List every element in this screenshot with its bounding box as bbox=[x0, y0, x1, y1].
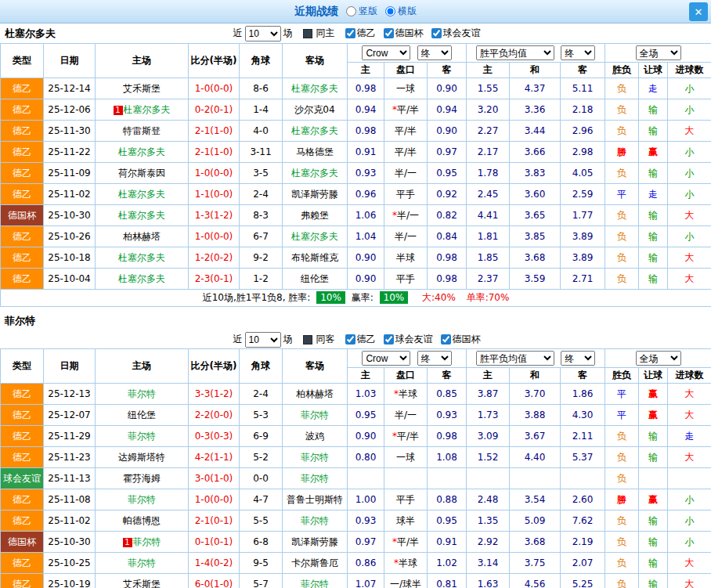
avg-draw: 3.65 bbox=[510, 205, 561, 226]
match-date: 25-11-23 bbox=[44, 447, 96, 468]
away-team: 菲尔特 bbox=[283, 574, 348, 588]
team-link: 菲尔特 bbox=[128, 388, 156, 399]
league-checkbox[interactable] bbox=[384, 334, 394, 345]
league-filter[interactable]: 德乙 bbox=[337, 27, 376, 40]
league-checkbox[interactable] bbox=[345, 334, 356, 345]
match-row: 德乙25-11-08菲尔特1-0(0-0)4-7普鲁士明斯特1.00平手0.88… bbox=[1, 489, 711, 510]
match-row: 德乙25-12-07纽伦堡2-2(0-0)5-3菲尔特0.95半/一0.931.… bbox=[1, 405, 711, 426]
layout-horizontal-option[interactable]: 横版 bbox=[385, 5, 417, 18]
goals: 小 bbox=[668, 532, 711, 553]
match-type: 德乙 bbox=[1, 447, 44, 468]
league-filter[interactable]: 德国杯 bbox=[433, 333, 481, 346]
layout-vertical-label: 竖版 bbox=[359, 5, 377, 18]
match-corners: 5-2 bbox=[240, 447, 283, 468]
match-type: 德乙 bbox=[1, 142, 44, 163]
goals: 小 bbox=[668, 78, 711, 99]
scope-group-header: 全场 bbox=[605, 44, 711, 63]
match-score: 2-3(0-1) bbox=[189, 269, 240, 290]
recent-count-select[interactable]: 10 bbox=[245, 332, 281, 348]
home-team: 荷尔斯泰因 bbox=[96, 163, 189, 184]
avg-away: 2.11 bbox=[561, 426, 605, 447]
avg-draw: 4.40 bbox=[510, 447, 561, 468]
handicap: 平手 bbox=[384, 269, 428, 290]
match-date: 25-10-18 bbox=[44, 247, 96, 269]
team-link: 杜塞尔多夫 bbox=[118, 146, 165, 157]
match-row: 德国杯25-10-301菲尔特0-1(0-1)6-8凯泽斯劳滕0.97*平/半0… bbox=[1, 532, 711, 553]
col-score: 比分(半场) bbox=[189, 44, 240, 78]
near-label: 近 bbox=[233, 27, 243, 40]
handicap-text: 半球 bbox=[399, 557, 417, 568]
match-score: 1-0(0-0) bbox=[189, 489, 240, 510]
bookmaker-select[interactable]: Crow bbox=[362, 45, 410, 60]
handicap-result: 赢 bbox=[639, 142, 668, 163]
league-filter[interactable]: 球会友谊 bbox=[376, 333, 433, 346]
result: 负 bbox=[605, 447, 639, 468]
league-checkbox[interactable] bbox=[345, 28, 356, 38]
odds-away: 0.91 bbox=[428, 532, 467, 553]
col-type: 类型 bbox=[1, 44, 44, 78]
match-date: 25-12-13 bbox=[44, 384, 96, 405]
team-section-duesseldorf: 杜塞尔多夫 近 10 场 同主 德乙 德国杯 球 bbox=[0, 23, 711, 307]
odds-home: 0.80 bbox=[348, 447, 384, 468]
recent-count-select[interactable]: 10 bbox=[245, 26, 281, 41]
bookmaker-select[interactable]: Crow bbox=[362, 351, 410, 366]
dialog-titlebar: 近期战绩 竖版 横版 ✕ bbox=[0, 0, 711, 23]
subcol-avg-draw: 和 bbox=[510, 368, 561, 384]
league-filter[interactable]: 球会友谊 bbox=[424, 27, 481, 40]
away-team: 菲尔特 bbox=[283, 405, 348, 426]
odds-home: 0.86 bbox=[348, 553, 384, 574]
avg-home bbox=[467, 468, 510, 489]
match-row: 德乙25-11-23达姆斯塔特4-2(1-1)5-2菲尔特0.80一球1.081… bbox=[1, 447, 711, 468]
scope-select[interactable]: 全场 bbox=[636, 45, 681, 60]
odds-final-select[interactable]: 终 bbox=[417, 45, 452, 60]
avg-final-select[interactable]: 终 bbox=[561, 45, 595, 60]
away-team: 杜塞尔多夫 bbox=[283, 226, 348, 247]
layout-vertical-radio[interactable] bbox=[346, 6, 356, 16]
handicap: 平手 bbox=[384, 184, 428, 205]
handicap: *半球 bbox=[384, 384, 428, 405]
team-link: 菲尔特 bbox=[133, 536, 161, 547]
league-filter[interactable]: 德国杯 bbox=[376, 27, 424, 40]
goals: 小 bbox=[668, 226, 711, 247]
handicap-result: 输 bbox=[639, 553, 668, 574]
odds-final-select[interactable]: 终 bbox=[417, 351, 452, 366]
match-date: 25-10-25 bbox=[44, 553, 96, 574]
avg-select[interactable]: 胜平负均值 bbox=[476, 45, 554, 60]
scope-group-header: 全场 bbox=[605, 349, 711, 368]
subcol-goals: 进球数 bbox=[668, 368, 711, 384]
match-score: 2-1(1-0) bbox=[189, 121, 240, 142]
match-date: 25-10-26 bbox=[44, 226, 96, 247]
same-venue-checkbox[interactable] bbox=[303, 29, 312, 38]
league-checkbox[interactable] bbox=[431, 28, 442, 38]
team-link: 菲尔特 bbox=[301, 515, 329, 526]
layout-horizontal-radio[interactable] bbox=[385, 6, 395, 16]
handicap: 半/一 bbox=[384, 163, 428, 184]
handicap-result: 输 bbox=[639, 226, 668, 247]
result: 负 bbox=[605, 532, 639, 553]
away-team: 菲尔特 bbox=[283, 510, 348, 532]
close-button[interactable]: ✕ bbox=[689, 2, 708, 21]
match-corners: 0-0 bbox=[240, 468, 283, 489]
league-checkbox[interactable] bbox=[441, 334, 451, 345]
layout-vertical-option[interactable]: 竖版 bbox=[346, 5, 377, 18]
away-team: 杜塞尔多夫 bbox=[283, 163, 348, 184]
avg-draw bbox=[510, 468, 561, 489]
avg-draw: 3.44 bbox=[510, 121, 561, 142]
same-venue-checkbox[interactable] bbox=[303, 335, 312, 345]
league-filter[interactable]: 德乙 bbox=[337, 333, 376, 346]
scope-select[interactable]: 全场 bbox=[636, 351, 681, 366]
home-team: 菲尔特 bbox=[96, 426, 189, 447]
home-team: 柏林赫塔 bbox=[96, 226, 189, 247]
handicap bbox=[384, 468, 428, 489]
odds-home: 0.93 bbox=[348, 163, 384, 184]
avg-final-select[interactable]: 终 bbox=[561, 351, 595, 366]
handicap: *半/一 bbox=[384, 205, 428, 226]
team-name: 杜塞尔多夫 bbox=[5, 27, 56, 41]
match-row: 德乙25-11-02帕德博恩2-1(0-1)5-5菲尔特0.93球半0.951.… bbox=[1, 510, 711, 532]
odds-home: 1.00 bbox=[348, 489, 384, 510]
league-label: 德乙 bbox=[357, 27, 376, 40]
col-date: 日期 bbox=[44, 44, 96, 78]
league-checkbox[interactable] bbox=[384, 28, 394, 38]
avg-away: 5.37 bbox=[561, 447, 605, 468]
avg-select[interactable]: 胜平负均值 bbox=[476, 351, 554, 366]
